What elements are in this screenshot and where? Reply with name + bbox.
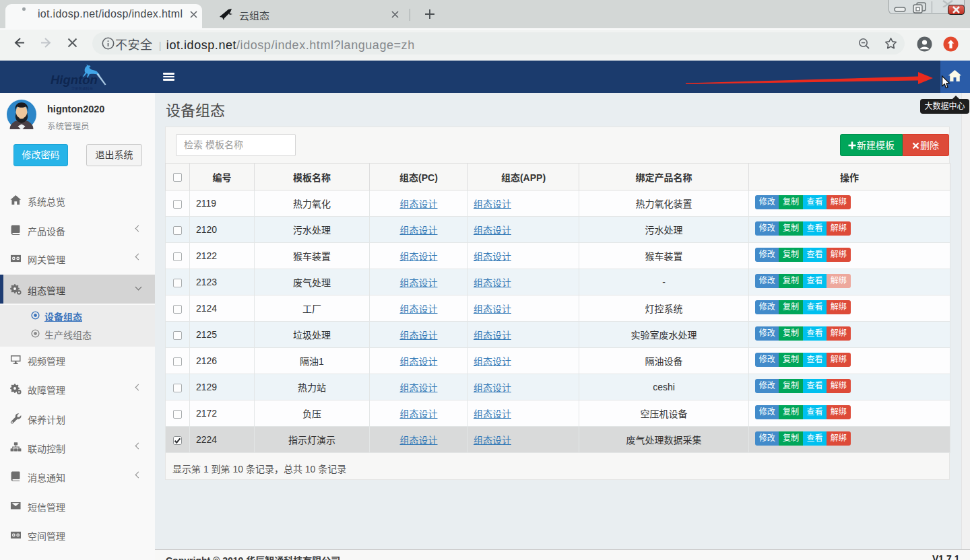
svg-text:华辰智通科技: 华辰智通科技: [71, 85, 93, 91]
